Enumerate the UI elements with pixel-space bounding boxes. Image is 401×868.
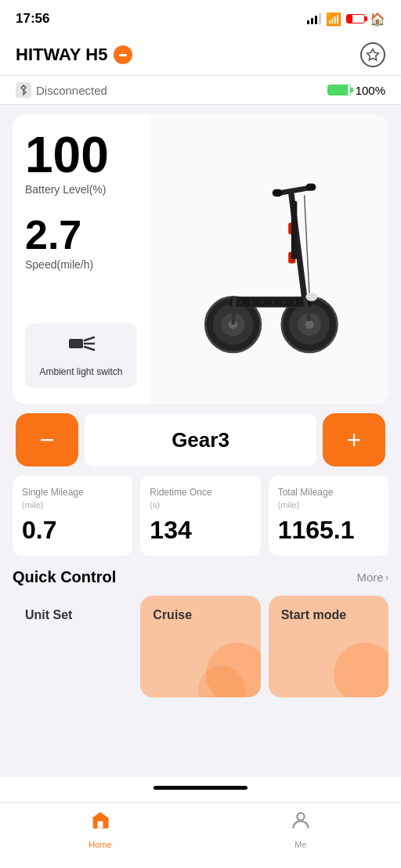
svg-point-32 bbox=[297, 813, 304, 820]
home-pill bbox=[154, 786, 247, 790]
svg-rect-1 bbox=[69, 339, 83, 348]
quick-control-section: Quick Control More › Unit Set Cruise Sta… bbox=[13, 568, 388, 697]
ridetime-card: Ridetime Once (s) 134 bbox=[140, 476, 260, 556]
svg-line-2 bbox=[85, 337, 94, 340]
gear-label: Gear3 bbox=[172, 428, 229, 452]
minus-icon: − bbox=[40, 426, 55, 455]
svg-point-24 bbox=[305, 293, 317, 301]
wifi-icon: 📶 bbox=[326, 12, 341, 27]
start-mode-label: Start mode bbox=[281, 608, 347, 622]
status-bar: 17:56 📶 🏠 bbox=[0, 0, 401, 34]
total-mileage-card: Total Mileage (mile) 1165.1 bbox=[269, 476, 388, 556]
chevron-right-icon: › bbox=[385, 571, 388, 583]
svg-rect-19 bbox=[305, 183, 316, 190]
home-icon bbox=[89, 809, 111, 837]
app-title: HITWAY H5 bbox=[16, 45, 107, 65]
status-icons: 📶 🏠 bbox=[307, 12, 385, 27]
profile-icon bbox=[290, 809, 312, 837]
quick-control-cards: Unit Set Cruise Start mode bbox=[13, 596, 388, 697]
gear-control: − Gear3 + bbox=[13, 413, 388, 466]
quick-control-title: Quick Control bbox=[13, 568, 116, 586]
battery-label: Battery Level(%) bbox=[25, 183, 137, 196]
bottom-nav: Home Me bbox=[0, 802, 401, 868]
status-time: 17:56 bbox=[16, 11, 49, 27]
svg-marker-0 bbox=[367, 49, 379, 60]
start-mode-decoration bbox=[334, 643, 388, 697]
bluetooth-icon bbox=[16, 82, 31, 98]
svg-line-4 bbox=[85, 347, 94, 350]
headlight-icon bbox=[67, 333, 96, 360]
battery-stat: 100 Battery Level(%) bbox=[25, 130, 137, 196]
unit-set-card[interactable]: Unit Set bbox=[13, 596, 132, 697]
battery-icon bbox=[346, 14, 365, 23]
cruise-card[interactable]: Cruise bbox=[140, 596, 260, 697]
svg-point-12 bbox=[305, 320, 313, 329]
total-mileage-value: 1165.1 bbox=[278, 516, 379, 545]
battery-value: 100 bbox=[25, 130, 137, 180]
scooter-image bbox=[150, 114, 388, 404]
speed-stat: 2.7 Speed(mile/h) bbox=[25, 214, 137, 271]
app-title-row: HITWAY H5 bbox=[16, 45, 132, 65]
battery-percent-label: 100% bbox=[356, 84, 385, 97]
more-link[interactable]: More › bbox=[356, 571, 388, 584]
svg-rect-18 bbox=[272, 189, 282, 196]
start-mode-card[interactable]: Start mode bbox=[269, 596, 388, 697]
edit-icon bbox=[119, 54, 127, 56]
disconnected-label: Disconnected bbox=[36, 84, 107, 97]
stats-row: Single Mileage (mile) 0.7 Ridetime Once … bbox=[13, 476, 388, 556]
gear-decrease-button[interactable]: − bbox=[16, 413, 78, 466]
ridetime-label: Ridetime Once (s) bbox=[150, 487, 251, 511]
single-mileage-card: Single Mileage (mile) 0.7 bbox=[13, 476, 132, 556]
app-header: HITWAY H5 bbox=[0, 34, 401, 76]
gear-display: Gear3 bbox=[85, 413, 316, 466]
connection-bar: Disconnected 100% bbox=[0, 76, 401, 105]
battery-green-icon bbox=[327, 85, 351, 95]
connection-status: Disconnected bbox=[16, 82, 107, 98]
nav-home[interactable]: Home bbox=[0, 809, 200, 849]
settings-button[interactable] bbox=[360, 42, 385, 67]
stats-panel: 100 Battery Level(%) 2.7 Speed(mile/h) A… bbox=[13, 114, 150, 404]
plus-icon: + bbox=[347, 426, 362, 455]
cruise-label: Cruise bbox=[153, 608, 192, 622]
home-indicator-icon: 🏠 bbox=[370, 12, 385, 27]
me-nav-label: Me bbox=[294, 840, 306, 849]
ambient-label: Ambient light switch bbox=[39, 366, 122, 379]
gear-increase-button[interactable]: + bbox=[323, 413, 385, 466]
single-mileage-value: 0.7 bbox=[22, 516, 123, 545]
ridetime-value: 134 bbox=[150, 516, 251, 545]
svg-rect-13 bbox=[229, 297, 312, 307]
top-card: 100 Battery Level(%) 2.7 Speed(mile/h) A… bbox=[13, 114, 388, 404]
single-mileage-label: Single Mileage (mile) bbox=[22, 487, 123, 511]
signal-icon bbox=[307, 13, 321, 24]
svg-line-14 bbox=[233, 297, 234, 324]
quick-control-header: Quick Control More › bbox=[13, 568, 388, 586]
main-content: 100 Battery Level(%) 2.7 Speed(mile/h) A… bbox=[0, 105, 401, 707]
unit-set-label: Unit Set bbox=[25, 608, 72, 622]
ambient-light-switch[interactable]: Ambient light switch bbox=[25, 323, 137, 388]
total-mileage-label: Total Mileage (mile) bbox=[278, 487, 379, 511]
speed-value: 2.7 bbox=[25, 214, 137, 255]
svg-rect-23 bbox=[291, 201, 296, 259]
battery-level-display: 100% bbox=[327, 84, 385, 97]
home-nav-label: Home bbox=[89, 840, 111, 849]
home-indicator bbox=[0, 777, 401, 804]
edit-badge[interactable] bbox=[114, 45, 132, 64]
nav-me[interactable]: Me bbox=[200, 809, 401, 849]
svg-rect-31 bbox=[98, 821, 103, 828]
speed-label: Speed(mile/h) bbox=[25, 258, 137, 271]
